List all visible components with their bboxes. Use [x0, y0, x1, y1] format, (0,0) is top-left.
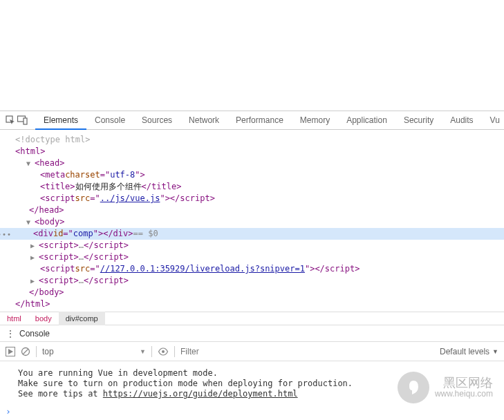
script-node-collapsed[interactable]: ▶<script>…</script>: [7, 275, 504, 287]
script-node-collapsed[interactable]: ▶<script>…</script>: [7, 240, 504, 251]
expand-body-icon[interactable]: ▼: [26, 216, 33, 228]
kebab-menu-icon[interactable]: ⋮: [6, 328, 15, 339]
console-filter-input[interactable]: [180, 347, 434, 356]
html-close-tag[interactable]: </html>: [7, 298, 504, 310]
devtools-tabbar: Elements Console Sources Network Perform…: [0, 111, 504, 130]
selection-dots-icon: •••: [0, 229, 12, 240]
breadcrumb: html body div#comp: [0, 312, 504, 325]
separator: [36, 346, 37, 357]
separator: [174, 346, 175, 357]
elements-dom-tree[interactable]: <!doctype html> <html> ▼<head> <meta cha…: [0, 130, 504, 312]
script-node-collapsed[interactable]: ▶<script>…</script>: [7, 251, 504, 263]
body-open-tag[interactable]: <body>: [35, 216, 64, 228]
body-close-tag[interactable]: </body>: [7, 287, 504, 298]
tab-memory[interactable]: Memory: [292, 111, 338, 130]
separator: [151, 346, 152, 357]
svg-point-6: [162, 350, 165, 353]
tab-elements[interactable]: Elements: [35, 111, 86, 130]
script-vue-node[interactable]: <script src="../js/vue.js"></script>: [7, 193, 504, 204]
watermark-logo-icon: [398, 372, 429, 403]
svg-rect-2: [24, 118, 27, 124]
tab-performance[interactable]: Performance: [227, 111, 292, 130]
title-node[interactable]: <title>如何使用多个组件</title>: [7, 181, 504, 193]
page-content-area: [0, 0, 504, 111]
breadcrumb-div-comp[interactable]: div#comp: [59, 312, 105, 325]
play-icon[interactable]: [6, 347, 15, 356]
chevron-down-icon: ▼: [140, 348, 146, 355]
deployment-link[interactable]: https://vuejs.org/guide/deployment.html: [103, 389, 298, 399]
head-open-tag[interactable]: <head>: [35, 158, 64, 169]
tab-security[interactable]: Security: [395, 111, 442, 130]
doctype-node[interactable]: <!doctype html>: [15, 134, 90, 146]
log-levels-selector[interactable]: Default levels ▼: [440, 347, 498, 356]
breadcrumb-html[interactable]: html: [0, 312, 28, 325]
expand-head-icon[interactable]: ▼: [26, 158, 33, 169]
script-livereload-node[interactable]: <script src="//127.0.0.1:35929/livereloa…: [7, 263, 504, 275]
breadcrumb-body[interactable]: body: [28, 312, 59, 325]
tab-sources[interactable]: Sources: [133, 111, 180, 130]
tab-console[interactable]: Console: [86, 111, 133, 130]
console-drawer-header: ⋮ Console: [0, 325, 504, 342]
head-close-tag[interactable]: </head>: [7, 204, 504, 216]
svg-line-5: [23, 349, 28, 354]
expand-icon[interactable]: ▶: [30, 275, 37, 287]
console-title: Console: [19, 329, 50, 338]
watermark-url: www.heiqu.com: [435, 390, 493, 399]
device-toggle-icon[interactable]: [17, 113, 28, 128]
tab-audits[interactable]: Audits: [442, 111, 481, 130]
inspect-icon[interactable]: [6, 113, 16, 128]
console-prompt[interactable]: ›: [0, 405, 504, 420]
watermark-title: 黑区网络: [435, 376, 493, 390]
expand-icon[interactable]: ▶: [30, 251, 37, 263]
html-open-tag[interactable]: <html>: [15, 146, 45, 158]
expand-icon[interactable]: ▶: [30, 240, 37, 251]
tab-vue[interactable]: Vu: [482, 111, 504, 130]
chevron-down-icon: ▼: [492, 348, 498, 355]
context-selector[interactable]: top ▼: [42, 347, 146, 356]
tab-application[interactable]: Application: [338, 111, 395, 130]
selected-node-div-comp[interactable]: ••• <div id="comp"></div> == $0: [0, 228, 504, 240]
eye-icon[interactable]: [158, 347, 169, 356]
clear-console-icon[interactable]: [21, 347, 30, 356]
tab-network[interactable]: Network: [180, 111, 227, 130]
console-toolbar: top ▼ Default levels ▼: [0, 342, 504, 361]
watermark: 黑区网络 www.heiqu.com: [398, 372, 493, 403]
meta-node[interactable]: <meta charset="utf-8">: [7, 169, 504, 181]
